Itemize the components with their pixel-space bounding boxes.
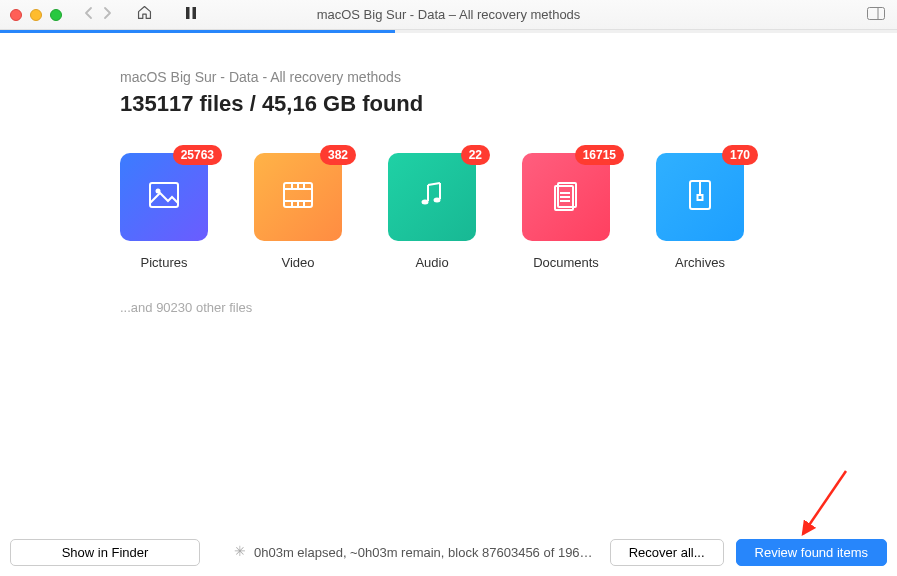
video-label: Video xyxy=(281,255,314,270)
window-controls xyxy=(10,9,62,21)
pictures-tile: 25763 xyxy=(120,153,208,241)
forward-button[interactable] xyxy=(102,6,112,23)
footer: Show in Finder 0h03m elapsed, ~0h03m rem… xyxy=(10,539,887,566)
video-badge: 382 xyxy=(320,145,356,165)
documents-icon xyxy=(546,175,586,219)
close-icon[interactable] xyxy=(10,9,22,21)
breadcrumb: macOS Big Sur - Data - All recovery meth… xyxy=(120,69,777,85)
zoom-icon[interactable] xyxy=(50,9,62,21)
pictures-icon xyxy=(144,175,184,219)
archives-tile: 170 xyxy=(656,153,744,241)
pictures-badge: 25763 xyxy=(173,145,222,165)
pause-button[interactable] xyxy=(185,6,197,23)
category-audio[interactable]: 22Audio xyxy=(388,153,476,270)
back-button[interactable] xyxy=(84,6,94,23)
summary-heading: 135117 files / 45,16 GB found xyxy=(120,91,777,117)
archives-badge: 170 xyxy=(722,145,758,165)
main-content: macOS Big Sur - Data - All recovery meth… xyxy=(0,33,897,315)
documents-badge: 16715 xyxy=(575,145,624,165)
svg-point-15 xyxy=(422,200,429,205)
archives-label: Archives xyxy=(675,255,725,270)
category-pictures[interactable]: 25763Pictures xyxy=(120,153,208,270)
home-button[interactable] xyxy=(136,4,153,25)
svg-rect-2 xyxy=(868,7,885,19)
show-in-finder-button[interactable]: Show in Finder xyxy=(10,539,200,566)
svg-rect-0 xyxy=(186,7,190,19)
archives-icon xyxy=(680,175,720,219)
audio-icon xyxy=(412,175,452,219)
documents-tile: 16715 xyxy=(522,153,610,241)
categories-row: 25763Pictures382Video22Audio16715Documen… xyxy=(120,153,777,270)
spinner-icon xyxy=(234,546,248,560)
audio-badge: 22 xyxy=(461,145,490,165)
annotation-arrow-icon xyxy=(791,466,861,546)
video-tile: 382 xyxy=(254,153,342,241)
window-title: macOS Big Sur - Data – All recovery meth… xyxy=(317,7,581,22)
svg-rect-4 xyxy=(150,183,178,207)
category-archives[interactable]: 170Archives xyxy=(656,153,744,270)
svg-rect-1 xyxy=(193,7,197,19)
nav-buttons xyxy=(84,6,112,23)
svg-line-25 xyxy=(803,471,846,534)
svg-rect-24 xyxy=(698,195,703,200)
video-icon xyxy=(278,175,318,219)
recover-all-button[interactable]: Recover all... xyxy=(610,539,724,566)
status-area: 0h03m elapsed, ~0h03m remain, block 8760… xyxy=(234,545,598,560)
pictures-label: Pictures xyxy=(141,255,188,270)
progress-fill xyxy=(0,30,395,33)
panel-toggle-icon[interactable] xyxy=(867,7,885,23)
titlebar: macOS Big Sur - Data – All recovery meth… xyxy=(0,0,897,30)
minimize-icon[interactable] xyxy=(30,9,42,21)
audio-tile: 22 xyxy=(388,153,476,241)
other-files-text: ...and 90230 other files xyxy=(120,300,777,315)
review-found-items-button[interactable]: Review found items xyxy=(736,539,887,566)
svg-point-16 xyxy=(434,198,441,203)
status-text: 0h03m elapsed, ~0h03m remain, block 8760… xyxy=(254,545,593,560)
progress-bar xyxy=(0,30,897,33)
category-video[interactable]: 382Video xyxy=(254,153,342,270)
audio-label: Audio xyxy=(415,255,448,270)
documents-label: Documents xyxy=(533,255,599,270)
category-documents[interactable]: 16715Documents xyxy=(522,153,610,270)
